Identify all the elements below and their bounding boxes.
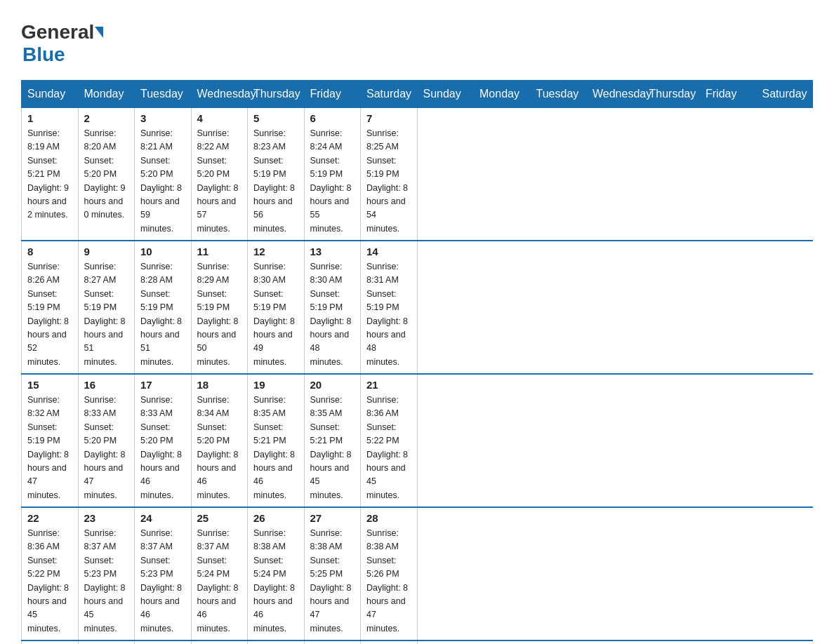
day-number: 17 <box>140 379 185 391</box>
day-info: Sunrise: 8:36 AMSunset: 5:22 PMDaylight:… <box>27 528 69 633</box>
header-wednesday: Wednesday <box>191 81 248 108</box>
calendar-cell: 10Sunrise: 8:28 AMSunset: 5:19 PMDayligh… <box>135 241 192 374</box>
calendar-cell: 24Sunrise: 8:37 AMSunset: 5:23 PMDayligh… <box>135 507 192 640</box>
logo-general-text: General <box>21 21 94 43</box>
day-number: 10 <box>140 246 185 257</box>
day-info: Sunrise: 8:21 AMSunset: 5:20 PMDaylight:… <box>140 128 182 234</box>
day-number: 20 <box>310 379 355 391</box>
day-info: Sunrise: 8:38 AMSunset: 5:25 PMDaylight:… <box>310 528 352 633</box>
col-header-tuesday: Tuesday <box>530 81 587 108</box>
day-number: 6 <box>310 112 355 124</box>
day-info: Sunrise: 8:38 AMSunset: 5:26 PMDaylight:… <box>366 528 408 633</box>
day-info: Sunrise: 8:33 AMSunset: 5:20 PMDaylight:… <box>84 395 126 500</box>
day-number: 23 <box>84 512 129 524</box>
day-info: Sunrise: 8:22 AMSunset: 5:20 PMDaylight:… <box>197 128 239 234</box>
calendar-cell: 27Sunrise: 8:38 AMSunset: 5:25 PMDayligh… <box>304 507 361 640</box>
day-info: Sunrise: 8:19 AMSunset: 5:21 PMDaylight:… <box>27 128 69 220</box>
calendar-cell <box>191 640 248 644</box>
col-header-wednesday: Wednesday <box>587 81 644 108</box>
day-number: 9 <box>84 246 129 257</box>
calendar-cell: 31Sunrise: 8:39 AMSunset: 5:28 PMDayligh… <box>135 640 192 644</box>
day-info: Sunrise: 8:37 AMSunset: 5:23 PMDaylight:… <box>84 528 126 633</box>
calendar-cell: 26Sunrise: 8:38 AMSunset: 5:24 PMDayligh… <box>248 507 305 640</box>
calendar-week-row: 15Sunrise: 8:32 AMSunset: 5:19 PMDayligh… <box>22 374 813 507</box>
calendar-cell: 22Sunrise: 8:36 AMSunset: 5:22 PMDayligh… <box>22 507 79 640</box>
calendar-cell: 21Sunrise: 8:36 AMSunset: 5:22 PMDayligh… <box>361 374 418 507</box>
calendar-cell: 23Sunrise: 8:37 AMSunset: 5:23 PMDayligh… <box>78 507 135 640</box>
calendar-cell: 5Sunrise: 8:23 AMSunset: 5:19 PMDaylight… <box>248 108 305 241</box>
calendar-cell: 3Sunrise: 8:21 AMSunset: 5:20 PMDaylight… <box>135 108 192 241</box>
calendar-cell <box>248 640 305 644</box>
day-info: Sunrise: 8:36 AMSunset: 5:22 PMDaylight:… <box>366 395 408 500</box>
day-info: Sunrise: 8:35 AMSunset: 5:21 PMDaylight:… <box>253 395 295 500</box>
header-thursday: Thursday <box>248 81 305 108</box>
day-number: 18 <box>197 379 242 391</box>
day-number: 11 <box>197 246 242 257</box>
day-info: Sunrise: 8:26 AMSunset: 5:19 PMDaylight:… <box>27 262 69 367</box>
day-number: 13 <box>310 246 355 257</box>
day-number: 26 <box>253 512 298 524</box>
calendar-cell: 4Sunrise: 8:22 AMSunset: 5:20 PMDaylight… <box>191 108 248 241</box>
day-number: 4 <box>197 112 242 124</box>
day-info: Sunrise: 8:37 AMSunset: 5:24 PMDaylight:… <box>197 528 239 633</box>
day-number: 3 <box>140 112 185 124</box>
day-info: Sunrise: 8:28 AMSunset: 5:19 PMDaylight:… <box>140 262 182 367</box>
col-header-friday: Friday <box>700 81 757 108</box>
day-number: 22 <box>27 512 72 524</box>
day-number: 2 <box>84 112 129 124</box>
calendar-week-row: 8Sunrise: 8:26 AMSunset: 5:19 PMDaylight… <box>22 241 813 374</box>
day-info: Sunrise: 8:33 AMSunset: 5:20 PMDaylight:… <box>140 395 182 500</box>
day-number: 16 <box>84 379 129 391</box>
day-info: Sunrise: 8:31 AMSunset: 5:19 PMDaylight:… <box>366 262 408 367</box>
day-info: Sunrise: 8:25 AMSunset: 5:19 PMDaylight:… <box>366 128 408 234</box>
col-header-monday: Monday <box>474 81 531 108</box>
calendar-cell: 17Sunrise: 8:33 AMSunset: 5:20 PMDayligh… <box>135 374 192 507</box>
day-number: 19 <box>253 379 298 391</box>
calendar-cell: 25Sunrise: 8:37 AMSunset: 5:24 PMDayligh… <box>191 507 248 640</box>
col-header-thursday: Thursday <box>643 81 700 108</box>
calendar-header-row: SundayMondayTuesdayWednesdayThursdayFrid… <box>22 81 813 108</box>
day-info: Sunrise: 8:29 AMSunset: 5:19 PMDaylight:… <box>197 262 239 367</box>
calendar-cell <box>361 640 418 644</box>
logo: General Blue <box>21 21 104 66</box>
header-friday: Friday <box>304 81 361 108</box>
day-number: 7 <box>366 112 411 124</box>
calendar-cell: 18Sunrise: 8:34 AMSunset: 5:20 PMDayligh… <box>191 374 248 507</box>
calendar-cell: 11Sunrise: 8:29 AMSunset: 5:19 PMDayligh… <box>191 241 248 374</box>
calendar-cell: 2Sunrise: 8:20 AMSunset: 5:20 PMDaylight… <box>78 108 135 241</box>
calendar-week-row: 29Sunrise: 8:39 AMSunset: 5:27 PMDayligh… <box>22 640 813 644</box>
calendar-cell: 30Sunrise: 8:39 AMSunset: 5:28 PMDayligh… <box>78 640 135 644</box>
calendar-cell: 15Sunrise: 8:32 AMSunset: 5:19 PMDayligh… <box>22 374 79 507</box>
calendar-cell: 7Sunrise: 8:25 AMSunset: 5:19 PMDaylight… <box>361 108 418 241</box>
day-info: Sunrise: 8:20 AMSunset: 5:20 PMDaylight:… <box>84 128 126 220</box>
calendar-cell: 19Sunrise: 8:35 AMSunset: 5:21 PMDayligh… <box>248 374 305 507</box>
logo-blue-text: Blue <box>22 43 65 66</box>
day-number: 8 <box>27 246 72 257</box>
day-info: Sunrise: 8:38 AMSunset: 5:24 PMDaylight:… <box>253 528 295 633</box>
col-header-sunday: Sunday <box>417 81 474 108</box>
day-number: 24 <box>140 512 185 524</box>
calendar-cell <box>304 640 361 644</box>
calendar-cell: 28Sunrise: 8:38 AMSunset: 5:26 PMDayligh… <box>361 507 418 640</box>
day-info: Sunrise: 8:27 AMSunset: 5:19 PMDaylight:… <box>84 262 126 367</box>
day-number: 27 <box>310 512 355 524</box>
calendar-table: SundayMondayTuesdayWednesdayThursdayFrid… <box>21 80 813 644</box>
day-number: 25 <box>197 512 242 524</box>
calendar-cell: 9Sunrise: 8:27 AMSunset: 5:19 PMDaylight… <box>78 241 135 374</box>
calendar-cell: 13Sunrise: 8:30 AMSunset: 5:19 PMDayligh… <box>304 241 361 374</box>
day-info: Sunrise: 8:30 AMSunset: 5:19 PMDaylight:… <box>253 262 295 367</box>
calendar-cell: 16Sunrise: 8:33 AMSunset: 5:20 PMDayligh… <box>78 374 135 507</box>
calendar-cell: 20Sunrise: 8:35 AMSunset: 5:21 PMDayligh… <box>304 374 361 507</box>
day-number: 28 <box>366 512 411 524</box>
calendar-week-row: 1Sunrise: 8:19 AMSunset: 5:21 PMDaylight… <box>22 108 813 241</box>
day-info: Sunrise: 8:23 AMSunset: 5:19 PMDaylight:… <box>253 128 295 234</box>
calendar-cell: 8Sunrise: 8:26 AMSunset: 5:19 PMDaylight… <box>22 241 79 374</box>
page-header: General Blue <box>21 14 813 66</box>
calendar-cell: 6Sunrise: 8:24 AMSunset: 5:19 PMDaylight… <box>304 108 361 241</box>
calendar-cell: 1Sunrise: 8:19 AMSunset: 5:21 PMDaylight… <box>22 108 79 241</box>
day-number: 21 <box>366 379 411 391</box>
day-info: Sunrise: 8:35 AMSunset: 5:21 PMDaylight:… <box>310 395 352 500</box>
day-number: 12 <box>253 246 298 257</box>
calendar-week-row: 22Sunrise: 8:36 AMSunset: 5:22 PMDayligh… <box>22 507 813 640</box>
day-number: 1 <box>27 112 72 124</box>
